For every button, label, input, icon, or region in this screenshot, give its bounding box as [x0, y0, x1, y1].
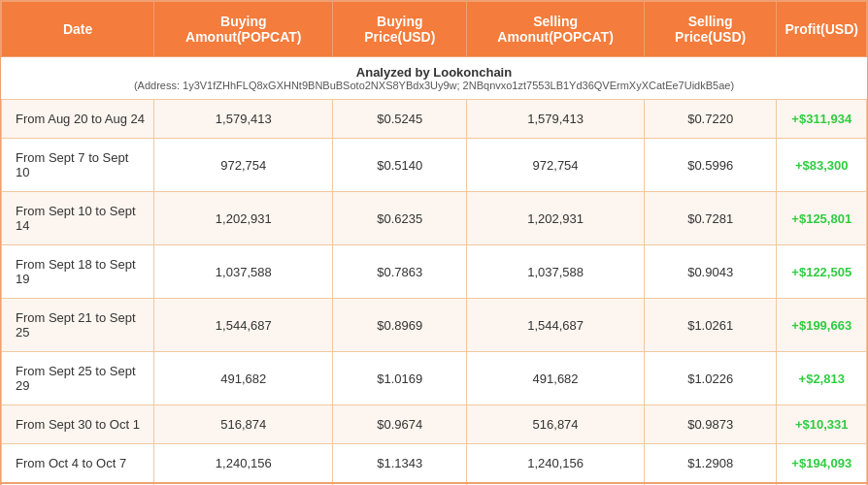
- date-cell: From Sept 30 to Oct 1: [2, 405, 154, 444]
- sell-amount-cell: 491,682: [467, 352, 645, 405]
- col-sell-price: Selling Price(USD): [644, 2, 777, 57]
- date-cell: From Sept 18 to Sept 19: [2, 245, 154, 299]
- buy-amount-cell: 1,544,687: [154, 299, 333, 352]
- buy-price-cell: $0.8969: [333, 299, 467, 352]
- table-row: From Sept 10 to Sept 141,202,931$0.62351…: [2, 192, 867, 245]
- sell-price-cell: $0.9873: [644, 405, 777, 444]
- buy-amount-cell: 972,754: [154, 139, 333, 192]
- buy-price-cell: $1.0169: [333, 352, 467, 405]
- table-row: From Sept 18 to Sept 191,037,588$0.78631…: [2, 245, 867, 299]
- col-buy-amount: Buying Amonut(POPCAT): [154, 2, 333, 57]
- sell-amount-cell: 1,579,413: [467, 100, 645, 139]
- table-row: From Sept 21 to Sept 251,544,687$0.89691…: [2, 299, 867, 352]
- sell-price-cell: $0.7220: [644, 100, 777, 139]
- buy-price-cell: $0.9674: [333, 405, 467, 444]
- date-cell: From Sept 21 to Sept 25: [2, 299, 154, 352]
- sell-amount-cell: 1,544,687: [467, 299, 645, 352]
- profit-cell: +$2,813: [777, 352, 867, 405]
- buy-amount-cell: 1,579,413: [154, 100, 333, 139]
- date-cell: From Aug 20 to Aug 24: [2, 100, 154, 139]
- col-buy-price: Buying Price(USD): [333, 2, 467, 57]
- sell-price-cell: $0.5996: [644, 139, 777, 192]
- buy-amount-cell: 491,682: [154, 352, 333, 405]
- sell-amount-cell: 1,202,931: [467, 192, 645, 245]
- date-cell: From Sept 7 to Sept 10: [2, 139, 154, 192]
- sell-amount-cell: 516,874: [467, 405, 645, 444]
- buy-amount-cell: 1,037,588: [154, 245, 333, 299]
- date-cell: From Sept 10 to Sept 14: [2, 192, 154, 245]
- sell-price-cell: $1.0226: [644, 352, 777, 405]
- date-cell: From Sept 25 to Sept 29: [2, 352, 154, 405]
- table-row: From Sept 7 to Sept 10972,754$0.5140972,…: [2, 139, 867, 192]
- sell-amount-cell: 1,240,156: [467, 444, 645, 484]
- profit-cell: +$122,505: [777, 245, 867, 299]
- col-sell-amount: Selling Amonut(POPCAT): [467, 2, 645, 57]
- sell-price-cell: $1.2908: [644, 444, 777, 484]
- date-cell: From Oct 4 to Oct 7: [2, 444, 154, 484]
- profit-cell: +$311,934: [777, 100, 867, 139]
- table-row: From Sept 30 to Oct 1516,874$0.9674516,8…: [2, 405, 867, 444]
- buy-price-cell: $0.6235: [333, 192, 467, 245]
- table-row: From Sept 25 to Sept 29491,682$1.0169491…: [2, 352, 867, 405]
- buy-price-cell: $1.1343: [333, 444, 467, 484]
- analyzed-text: Analyzed by Lookonchain (Address: 1y3V1f…: [2, 57, 867, 100]
- main-table-wrapper: Date Buying Amonut(POPCAT) Buying Price(…: [0, 0, 868, 485]
- profit-cell: +$125,801: [777, 192, 867, 245]
- buy-amount-cell: 1,202,931: [154, 192, 333, 245]
- sell-price-cell: $0.7281: [644, 192, 777, 245]
- table-row: From Oct 4 to Oct 71,240,156$1.13431,240…: [2, 444, 867, 484]
- col-date: Date: [2, 2, 154, 57]
- buy-amount-cell: 1,240,156: [154, 444, 333, 484]
- profit-cell: +$199,663: [777, 299, 867, 352]
- buy-price-cell: $0.7863: [333, 245, 467, 299]
- sell-price-cell: $0.9043: [644, 245, 777, 299]
- sell-price-cell: $1.0261: [644, 299, 777, 352]
- buy-price-cell: $0.5245: [333, 100, 467, 139]
- table-row: From Aug 20 to Aug 241,579,413$0.52451,5…: [2, 100, 867, 139]
- profit-cell: +$83,300: [777, 139, 867, 192]
- buy-amount-cell: 516,874: [154, 405, 333, 444]
- profit-cell: +$194,093: [777, 444, 867, 484]
- analyzed-row: Analyzed by Lookonchain (Address: 1y3V1f…: [2, 57, 867, 100]
- header-row: Date Buying Amonut(POPCAT) Buying Price(…: [2, 2, 867, 57]
- buy-price-cell: $0.5140: [333, 139, 467, 192]
- sell-amount-cell: 1,037,588: [467, 245, 645, 299]
- col-profit: Profit(USD): [777, 2, 867, 57]
- data-table: Date Buying Amonut(POPCAT) Buying Price(…: [1, 1, 867, 485]
- sell-amount-cell: 972,754: [467, 139, 645, 192]
- profit-cell: +$10,331: [777, 405, 867, 444]
